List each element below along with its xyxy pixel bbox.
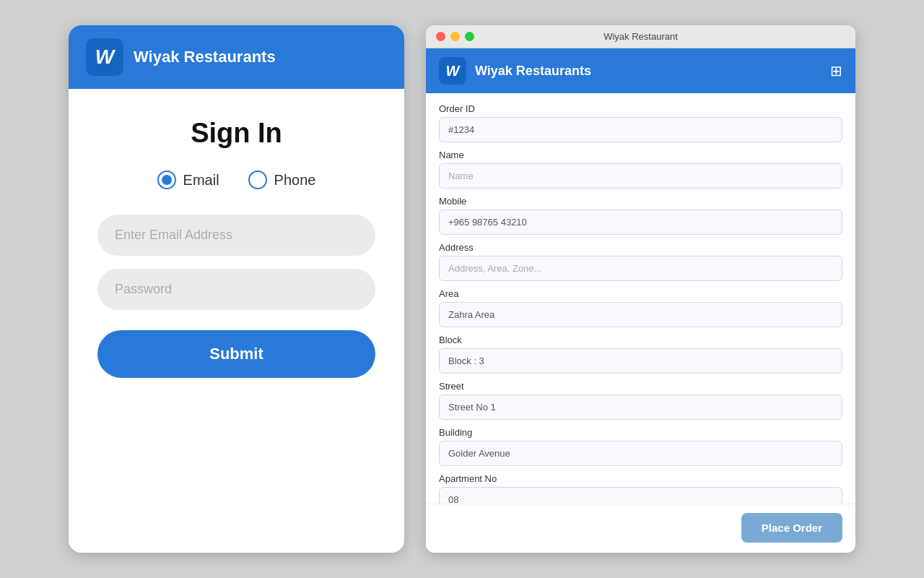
phone-radio-circle[interactable] [248,171,267,189]
area-label: Area [439,288,842,299]
mobile-group: Mobile [439,196,842,235]
desktop-header-title: Wiyak Restaurants [475,64,591,79]
desktop-panel: Wiyak Restaurant W Wiyak Restaurants ⊞ O… [426,25,855,553]
place-order-row: Place Order [426,504,855,553]
block-label: Block [439,335,842,345]
desktop-logo-icon: W [446,63,460,79]
building-group: Building [439,427,842,466]
desktop-logo-box: W [439,57,466,85]
password-input[interactable] [97,269,375,310]
address-input[interactable] [439,256,842,281]
block-group: Block [439,335,842,374]
apartment-label: Apartment No [439,473,842,484]
order-id-input[interactable] [439,117,842,142]
mobile-header: W Wiyak Restaurants [69,25,404,89]
email-input[interactable] [97,215,375,256]
mobile-panel: W Wiyak Restaurants Sign In Email Phone … [69,25,404,553]
mobile-body: Sign In Email Phone Submit [69,89,404,553]
area-group: Area [439,288,842,327]
desktop-header: W Wiyak Restaurants ⊞ [426,48,855,93]
signin-radio-group: Email Phone [157,171,316,189]
email-radio-label: Email [183,172,219,189]
block-input[interactable] [439,348,842,374]
address-label: Address [439,242,842,253]
building-label: Building [439,427,842,438]
area-input[interactable] [439,302,842,327]
traffic-light-green[interactable] [465,32,474,41]
signin-title: Sign In [191,118,282,149]
place-order-button[interactable]: Place Order [741,513,842,543]
phone-radio-option[interactable]: Phone [248,171,316,189]
street-label: Street [439,381,842,392]
logo-icon: W [95,46,114,69]
mobile-input[interactable] [439,210,842,235]
email-radio-option[interactable]: Email [157,171,219,189]
order-form: Order ID Name Mobile Address Area Block … [426,93,855,504]
building-input[interactable] [439,441,842,466]
order-id-group: Order ID [439,103,842,142]
order-id-label: Order ID [439,103,842,114]
apartment-group: Apartment No [439,473,842,504]
apartment-input[interactable] [439,487,842,504]
traffic-lights [436,32,474,41]
mobile-label: Mobile [439,196,842,207]
name-label: Name [439,150,842,160]
email-radio-circle[interactable] [157,171,176,189]
street-input[interactable] [439,394,842,420]
phone-radio-label: Phone [274,172,316,189]
address-group: Address [439,242,842,281]
mobile-header-title: Wiyak Restaurants [134,48,276,66]
name-group: Name [439,150,842,189]
window-title: Wiyak Restaurant [603,31,678,42]
name-input[interactable] [439,163,842,189]
window-titlebar: Wiyak Restaurant [426,25,855,48]
desktop-header-left: W Wiyak Restaurants [439,57,591,85]
logo-box: W [86,38,123,76]
logout-icon[interactable]: ⊞ [830,62,842,79]
traffic-light-red[interactable] [436,32,445,41]
street-group: Street [439,381,842,420]
submit-button[interactable]: Submit [97,330,375,378]
traffic-light-yellow[interactable] [450,32,460,41]
